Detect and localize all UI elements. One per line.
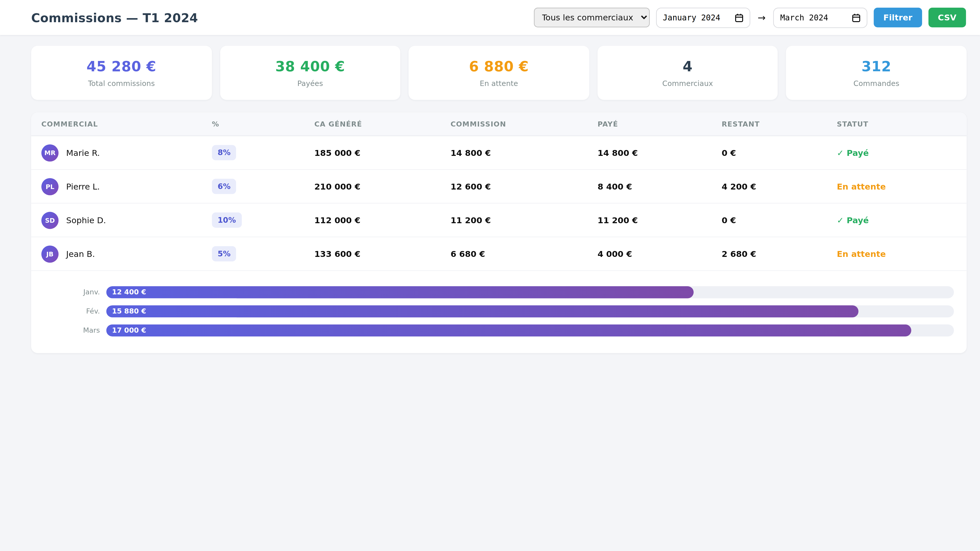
remaining-value: 0 € — [722, 215, 837, 225]
paid-value: 4 000 € — [597, 249, 721, 259]
month-label: Janv. — [50, 288, 106, 297]
stat-value: 45 280 € — [36, 59, 207, 74]
stat-value: 312 — [791, 59, 961, 74]
paid-value: 11 200 € — [597, 215, 721, 225]
commissions-table-card: COMMERCIAL % CA GÉNÉRÉ COMMISSION PAYÉ R… — [31, 113, 966, 353]
top-bar: Commissions — T1 2024 Tous les commercia… — [0, 0, 980, 35]
filter-button[interactable]: Filtrer — [874, 8, 922, 27]
calendar-icon[interactable] — [735, 13, 743, 22]
bar-value-label: 17 000 € — [106, 326, 146, 334]
stat-cards: 45 280 € Total commissions 38 400 € Payé… — [0, 35, 980, 100]
rate-badge: 6% — [212, 179, 236, 194]
header-controls: Tous les commerciaux January 2024 → Marc… — [534, 7, 966, 28]
stat-card-pending: 6 880 € En attente — [409, 46, 589, 100]
commission-value: 11 200 € — [450, 215, 597, 225]
stat-label: En attente — [414, 79, 584, 88]
page-title: Commissions — T1 2024 — [31, 11, 198, 24]
column-header-status: STATUT — [837, 120, 967, 128]
chart-bar-row: Fév. 15 880 € — [50, 305, 954, 318]
avatar: MR — [41, 144, 59, 161]
bar-fill: 12 400 € — [106, 286, 694, 298]
rep-name: Marie R. — [66, 148, 100, 157]
status-badge: En attente — [837, 182, 967, 191]
ca-value: 112 000 € — [314, 215, 451, 225]
rep-identity: SD Sophie D. — [41, 211, 212, 229]
column-header-commercial: COMMERCIAL — [41, 120, 212, 128]
rep-identity: MR Marie R. — [41, 144, 212, 161]
remaining-value: 0 € — [722, 148, 837, 157]
ca-value: 210 000 € — [314, 182, 451, 191]
stat-value: 38 400 € — [225, 59, 395, 74]
table-header-row: COMMERCIAL % CA GÉNÉRÉ COMMISSION PAYÉ R… — [31, 113, 966, 136]
date-from-value: January 2024 — [663, 13, 720, 22]
stat-card-paid: 38 400 € Payées — [220, 46, 401, 100]
table-row[interactable]: PL Pierre L. 6% 210 000 € 12 600 € 8 400… — [31, 170, 966, 203]
paid-value: 8 400 € — [597, 182, 721, 191]
rep-filter-select[interactable]: Tous les commerciaux — [534, 8, 649, 27]
bar-track: 15 880 € — [106, 305, 954, 318]
rep-identity: PL Pierre L. — [41, 178, 212, 195]
bar-fill: 15 880 € — [106, 305, 858, 318]
bar-value-label: 12 400 € — [106, 288, 146, 297]
month-label: Mars — [50, 326, 106, 334]
stat-card-reps-count: 4 Commerciaux — [597, 46, 778, 100]
bar-fill: 17 000 € — [106, 324, 911, 337]
remaining-value: 2 680 € — [722, 249, 837, 259]
commission-value: 14 800 € — [450, 148, 597, 157]
chart-bar-row: Mars 17 000 € — [50, 324, 954, 337]
stat-label: Payées — [225, 79, 395, 88]
stat-value: 6 880 € — [414, 59, 584, 74]
column-header-remaining: RESTANT — [722, 120, 837, 128]
stat-value: 4 — [603, 59, 773, 74]
chart-bar-row: Janv. 12 400 € — [50, 286, 954, 298]
rep-name: Sophie D. — [66, 215, 106, 225]
rep-name: Jean B. — [66, 249, 95, 259]
table-row[interactable]: SD Sophie D. 10% 112 000 € 11 200 € 11 2… — [31, 203, 966, 237]
stat-label: Commandes — [791, 79, 961, 88]
column-header-paid: PAYÉ — [597, 120, 721, 128]
ca-value: 185 000 € — [314, 148, 451, 157]
calendar-icon[interactable] — [852, 13, 860, 22]
commission-value: 6 680 € — [450, 249, 597, 259]
rep-identity: JB Jean B. — [41, 245, 212, 262]
bar-value-label: 15 880 € — [106, 307, 146, 315]
avatar: JB — [41, 245, 59, 262]
column-header-commission: COMMISSION — [450, 120, 597, 128]
date-to-value: March 2024 — [780, 13, 828, 22]
remaining-value: 4 200 € — [722, 182, 837, 191]
rep-name: Pierre L. — [66, 182, 100, 191]
date-to-input[interactable]: March 2024 — [773, 7, 867, 28]
commission-value: 12 600 € — [450, 182, 597, 191]
month-label: Fév. — [50, 307, 106, 315]
bar-track: 12 400 € — [106, 286, 954, 298]
stat-label: Commerciaux — [603, 79, 773, 88]
column-header-rate: % — [212, 120, 314, 128]
date-from-input[interactable]: January 2024 — [656, 7, 750, 28]
status-badge: En attente — [837, 249, 967, 259]
date-range-arrow: → — [756, 12, 767, 23]
rate-badge: 10% — [212, 213, 242, 228]
status-badge: ✓ Payé — [837, 148, 967, 157]
paid-value: 14 800 € — [597, 148, 721, 157]
rate-badge: 8% — [212, 145, 236, 160]
ca-value: 133 600 € — [314, 249, 451, 259]
table-row[interactable]: MR Marie R. 8% 185 000 € 14 800 € 14 800… — [31, 136, 966, 170]
commissions-dashboard: Commissions — T1 2024 Tous les commercia… — [0, 0, 980, 551]
avatar: SD — [41, 211, 59, 229]
avatar: PL — [41, 178, 59, 195]
monthly-commissions-chart: Janv. 12 400 € Fév. 15 880 € Mars — [31, 271, 966, 340]
stat-card-orders-count: 312 Commandes — [786, 46, 966, 100]
stat-label: Total commissions — [36, 79, 207, 88]
column-header-ca: CA GÉNÉRÉ — [314, 120, 451, 128]
stat-card-total-commissions: 45 280 € Total commissions — [31, 46, 212, 100]
bar-track: 17 000 € — [106, 324, 954, 337]
rate-badge: 5% — [212, 246, 236, 262]
csv-export-button[interactable]: CSV — [928, 8, 966, 27]
status-badge: ✓ Payé — [837, 215, 967, 225]
table-row[interactable]: JB Jean B. 5% 133 600 € 6 680 € 4 000 € … — [31, 237, 966, 271]
